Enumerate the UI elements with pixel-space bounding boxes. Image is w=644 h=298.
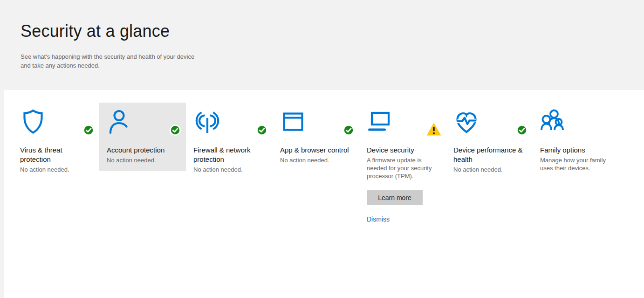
- tile-family-options[interactable]: Family options Manage how your family us…: [533, 103, 619, 179]
- tile-actions: Learn more Dismiss: [367, 190, 438, 223]
- tile-title: Firewall & network protection: [193, 146, 265, 164]
- content-panel: Virus & threat protection No action need…: [4, 90, 644, 298]
- tile-description: No action needed.: [107, 156, 178, 164]
- success-check-badge: [343, 124, 355, 136]
- tiles-row: Virus & threat protection No action need…: [13, 103, 644, 230]
- tile-account-protection[interactable]: Account protection No action needed.: [99, 103, 186, 171]
- tile-description: No action needed.: [20, 166, 92, 173]
- dismiss-link[interactable]: Dismiss: [367, 215, 390, 223]
- browser-icon: [280, 109, 352, 135]
- page-title: Security at a glance: [21, 21, 623, 41]
- learn-more-button[interactable]: Learn more: [367, 190, 423, 205]
- tile-title: Account protection: [107, 146, 178, 155]
- tile-description: No action needed.: [453, 166, 525, 173]
- person-icon: [107, 109, 178, 135]
- tile-title: App & browser control: [280, 146, 352, 155]
- page-header: Security at a glance See what's happenin…: [0, 0, 644, 90]
- success-check-badge: [169, 124, 181, 136]
- network-icon: [193, 109, 265, 135]
- tile-description: No action needed.: [280, 156, 352, 164]
- family-icon: [540, 109, 612, 135]
- tile-description: Manage how your family uses their device…: [540, 156, 612, 172]
- windows-security-window: Security at a glance See what's happenin…: [0, 0, 644, 298]
- warning-badge: [425, 122, 442, 137]
- heart-pulse-icon: [453, 109, 525, 135]
- tile-title: Virus & threat protection: [20, 146, 92, 164]
- tile-title: Family options: [540, 146, 612, 155]
- success-check-badge: [516, 124, 528, 136]
- success-check-badge: [82, 124, 95, 136]
- success-check-badge: [256, 124, 268, 136]
- tile-title: Device performance & health: [453, 146, 525, 164]
- tile-title: Device security: [367, 146, 438, 155]
- tile-device-security[interactable]: Device security A firmware update is nee…: [359, 103, 446, 230]
- tile-device-performance-health[interactable]: Device performance & health No action ne…: [446, 103, 533, 180]
- tile-virus-threat-protection[interactable]: Virus & threat protection No action need…: [13, 103, 99, 180]
- tile-app-browser-control[interactable]: App & browser control No action needed.: [273, 103, 359, 171]
- page-subtitle: See what's happening with the security a…: [21, 52, 205, 70]
- laptop-icon: [367, 109, 438, 135]
- tile-description: A firmware update is needed for your sec…: [367, 156, 438, 180]
- tile-firewall-network-protection[interactable]: Firewall & network protection No action …: [186, 103, 273, 180]
- shield-icon: [20, 109, 92, 135]
- tile-description: No action needed.: [193, 166, 265, 173]
